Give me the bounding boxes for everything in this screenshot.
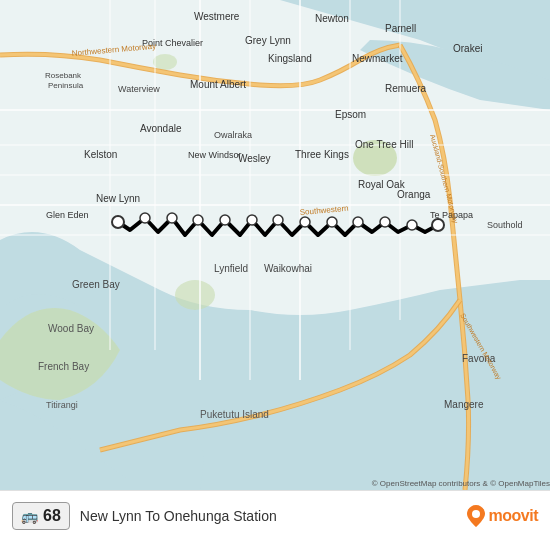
svg-text:Titirangi: Titirangi — [46, 400, 78, 410]
map-container: Newton Parnell Grey Lynn Westmere Orakei… — [0, 0, 550, 490]
svg-text:© OpenStreetMap contributors &: © OpenStreetMap contributors & © OpenMap… — [372, 479, 550, 488]
svg-text:Orakei: Orakei — [453, 43, 482, 54]
svg-text:Wood Bay: Wood Bay — [48, 323, 94, 334]
svg-text:Newmarket: Newmarket — [352, 53, 403, 64]
svg-point-63 — [273, 215, 283, 225]
svg-text:Lynfield: Lynfield — [214, 263, 248, 274]
svg-text:Southold: Southold — [487, 220, 523, 230]
svg-text:Kingsland: Kingsland — [268, 53, 312, 64]
svg-text:Parnell: Parnell — [385, 23, 416, 34]
svg-text:Owalraka: Owalraka — [214, 130, 252, 140]
svg-text:Rosebank: Rosebank — [45, 71, 82, 80]
svg-text:Grey Lynn: Grey Lynn — [245, 35, 291, 46]
route-number: 68 — [43, 507, 61, 525]
svg-text:Avondale: Avondale — [140, 123, 182, 134]
svg-text:Waterview: Waterview — [118, 84, 160, 94]
svg-point-3 — [153, 54, 177, 70]
svg-text:Puketutu Island: Puketutu Island — [200, 409, 269, 420]
moovit-text: moovit — [489, 507, 538, 525]
svg-point-61 — [220, 215, 230, 225]
svg-point-65 — [327, 217, 337, 227]
moovit-pin-icon — [467, 505, 485, 527]
svg-text:Mangere: Mangere — [444, 399, 484, 410]
svg-text:Westmere: Westmere — [194, 11, 240, 22]
svg-text:Newton: Newton — [315, 13, 349, 24]
svg-point-71 — [472, 510, 480, 518]
svg-text:New Windsor: New Windsor — [188, 150, 242, 160]
route-badge: 🚌 68 — [12, 502, 70, 530]
svg-text:Glen Eden: Glen Eden — [46, 210, 89, 220]
svg-text:Epsom: Epsom — [335, 109, 366, 120]
svg-point-4 — [175, 280, 215, 310]
svg-text:Oranga: Oranga — [397, 189, 431, 200]
svg-point-67 — [380, 217, 390, 227]
svg-text:Mount Albert: Mount Albert — [190, 79, 246, 90]
route-name: New Lynn To Onehunga Station — [80, 508, 457, 524]
svg-text:Green Bay: Green Bay — [72, 279, 120, 290]
svg-text:Three Kings: Three Kings — [295, 149, 349, 160]
svg-point-69 — [432, 219, 444, 231]
svg-point-62 — [247, 215, 257, 225]
svg-point-64 — [300, 217, 310, 227]
svg-text:Waikowhai: Waikowhai — [264, 263, 312, 274]
bus-icon: 🚌 — [21, 508, 38, 524]
svg-point-66 — [353, 217, 363, 227]
svg-text:Kelston: Kelston — [84, 149, 117, 160]
moovit-logo: moovit — [467, 505, 538, 527]
svg-text:Wesley: Wesley — [238, 153, 271, 164]
svg-text:One Tree Hill: One Tree Hill — [355, 139, 413, 150]
bottom-bar: 🚌 68 New Lynn To Onehunga Station moovit — [0, 490, 550, 540]
svg-text:French Bay: French Bay — [38, 361, 89, 372]
svg-point-58 — [140, 213, 150, 223]
svg-point-68 — [407, 220, 417, 230]
svg-point-60 — [193, 215, 203, 225]
svg-text:New Lynn: New Lynn — [96, 193, 140, 204]
svg-point-59 — [167, 213, 177, 223]
svg-text:Remuera: Remuera — [385, 83, 427, 94]
svg-text:Peninsula: Peninsula — [48, 81, 84, 90]
svg-point-57 — [112, 216, 124, 228]
